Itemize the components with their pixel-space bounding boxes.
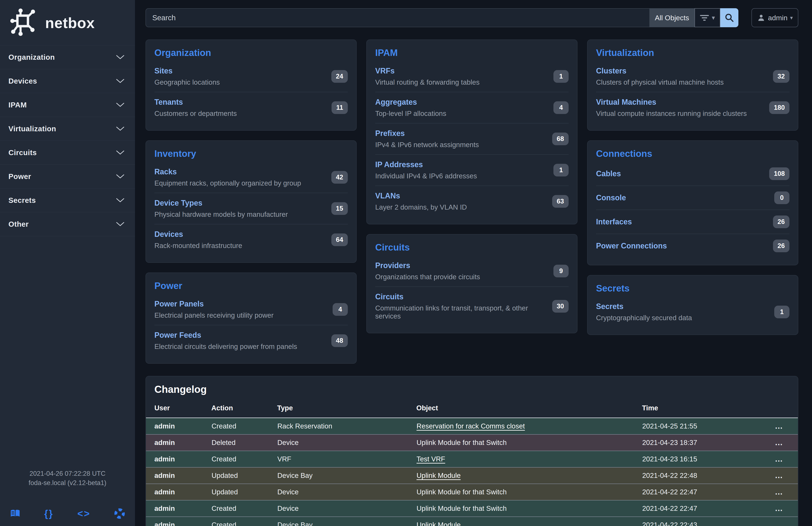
item-description: Clusters of physical virtual machine hos…	[596, 78, 724, 86]
count-badge: 1	[553, 164, 569, 176]
card-item-console: Console0	[596, 186, 789, 210]
card-title: Inventory	[155, 148, 348, 159]
item-description: Organizations that provide circuits	[375, 273, 480, 281]
item-link[interactable]: Power Feeds	[155, 331, 201, 339]
search-input[interactable]	[146, 8, 649, 27]
changelog-row: adminUpdatedDeviceUplink Module for that…	[146, 484, 798, 500]
item-link[interactable]: VLANs	[375, 191, 400, 200]
chevron-down-icon	[116, 198, 125, 203]
sidebar-item-ipam[interactable]: IPAM	[0, 93, 135, 117]
item-link[interactable]: Tenants	[155, 98, 183, 106]
changelog-row: adminCreatedDeviceUplink Module for that…	[146, 500, 798, 517]
changelog-row: adminCreatedRack ReservationReservation …	[146, 418, 798, 435]
card-title: Circuits	[375, 242, 569, 253]
item-link[interactable]: Secrets	[596, 302, 623, 311]
item-link[interactable]: Power Connections	[596, 241, 667, 250]
source-code-icon[interactable]: <>	[77, 508, 90, 519]
row-actions-button[interactable]: …	[773, 422, 785, 430]
object-link[interactable]: Reservation for rack Comms closet	[417, 422, 525, 430]
search-scope-button[interactable]: All Objects	[649, 8, 695, 27]
user-menu-button[interactable]: admin ▾	[752, 8, 798, 27]
count-badge: 180	[769, 101, 789, 114]
item-link[interactable]: Aggregates	[375, 98, 417, 106]
item-description: Customers or departments	[155, 110, 237, 117]
object-link[interactable]: Uplink Module	[417, 471, 461, 479]
docs-book-icon[interactable]	[10, 509, 20, 518]
brand-logo[interactable]: netbox	[0, 0, 135, 45]
cell-action: Updated	[211, 484, 277, 500]
sidebar-item-other[interactable]: Other	[0, 212, 135, 236]
card-item-text: ProvidersOrganizations that provide circ…	[375, 261, 480, 281]
card-item-vrfs: VRFsVirtual routing & forwarding tables1	[375, 61, 569, 92]
sidebar-item-secrets[interactable]: Secrets	[0, 188, 135, 212]
changelog-row: adminCreatedVRFTest VRF2021-04-23 16:15…	[146, 451, 798, 467]
object-link[interactable]: Test VRF	[417, 455, 445, 463]
inventory-card: InventoryRacksEquipment racks, optionall…	[146, 140, 357, 263]
cell-actions: …	[760, 517, 798, 526]
row-actions-button[interactable]: …	[773, 438, 785, 446]
item-description: Layer 2 domains, by VLAN ID	[375, 203, 467, 211]
card-item-clusters: ClustersClusters of physical virtual mac…	[596, 61, 789, 92]
card-item-circuits: CircuitsCommunication links for transit,…	[375, 286, 569, 326]
sidebar-item-virtualization[interactable]: Virtualization	[0, 117, 135, 141]
footer-icons: {} <>	[0, 508, 135, 519]
item-description: Cryptographically secured data	[596, 314, 692, 322]
item-link[interactable]: Devices	[155, 230, 183, 239]
item-description: Geographic locations	[155, 78, 220, 86]
item-link[interactable]: Providers	[375, 261, 410, 270]
card-item-text: Power FeedsElectrical circuits deliverin…	[155, 331, 297, 351]
api-braces-icon[interactable]: {}	[44, 508, 53, 519]
card-item-providers: ProvidersOrganizations that provide circ…	[375, 256, 569, 286]
item-description: Electrical circuits delivering power fro…	[155, 343, 297, 351]
sidebar-item-devices[interactable]: Devices	[0, 69, 135, 93]
search-submit-button[interactable]	[720, 8, 738, 27]
circuits-card: CircuitsProvidersOrganizations that prov…	[366, 234, 578, 333]
count-badge: 24	[331, 70, 348, 83]
cell-user: admin	[146, 451, 211, 467]
row-actions-button[interactable]: …	[773, 487, 785, 496]
card-item-text: DevicesRack-mounted infrastructure	[155, 230, 242, 250]
card-item-text: Cables	[596, 169, 621, 178]
sidebar-item-organization[interactable]: Organization	[0, 45, 135, 69]
item-description: Electrical panels receiving utility powe…	[155, 311, 274, 319]
cell-user: admin	[146, 435, 211, 451]
row-actions-button[interactable]: …	[773, 504, 785, 512]
item-link[interactable]: Virtual Machines	[596, 98, 656, 106]
card-item-virtual-machines: Virtual MachinesVirtual compute instance…	[596, 92, 789, 123]
item-link[interactable]: Clusters	[596, 67, 626, 75]
object-link[interactable]: Uplink Module	[417, 521, 461, 526]
card-column: IPAMVRFsVirtual routing & forwarding tab…	[366, 40, 578, 364]
item-link[interactable]: Power Panels	[155, 299, 204, 308]
search-filter-button[interactable]: ▾	[695, 8, 720, 27]
row-actions-button[interactable]: …	[773, 471, 785, 480]
row-actions-button[interactable]: …	[773, 521, 785, 526]
item-link[interactable]: Console	[596, 193, 626, 202]
item-link[interactable]: Cables	[596, 169, 621, 178]
chevron-down-icon: ▾	[790, 15, 793, 20]
help-lifering-icon[interactable]	[114, 508, 125, 519]
sidebar-item-circuits[interactable]: Circuits	[0, 141, 135, 165]
item-link[interactable]: Racks	[155, 167, 177, 176]
sidebar-footer: 2021-04-26 07:22:28 UTC foda-se.local (v…	[0, 469, 135, 526]
item-link[interactable]: VRFs	[375, 67, 395, 75]
user-name: admin	[768, 14, 787, 22]
item-link[interactable]: IP Addresses	[375, 160, 423, 169]
cell-user: admin	[146, 500, 211, 517]
item-link[interactable]: Device Types	[155, 199, 202, 207]
item-link[interactable]: Sites	[155, 67, 173, 75]
filter-icon	[700, 14, 709, 22]
card-item-text: VLANsLayer 2 domains, by VLAN ID	[375, 191, 467, 211]
cell-action: Created	[211, 418, 277, 435]
item-link[interactable]: Prefixes	[375, 129, 405, 138]
item-link[interactable]: Circuits	[375, 292, 404, 301]
count-badge: 26	[773, 240, 789, 252]
ipam-card: IPAMVRFsVirtual routing & forwarding tab…	[366, 40, 578, 224]
item-link[interactable]: Interfaces	[596, 217, 632, 226]
row-actions-button[interactable]: …	[773, 455, 785, 463]
sidebar-item-power[interactable]: Power	[0, 165, 135, 188]
sidebar-item-label: IPAM	[9, 101, 27, 109]
col-header-action: Action	[211, 401, 277, 418]
changelog-row: adminCreatedDevice BayUplink Module2021-…	[146, 517, 798, 526]
card-item-cables: Cables108	[596, 162, 789, 186]
count-badge: 1	[553, 70, 569, 83]
